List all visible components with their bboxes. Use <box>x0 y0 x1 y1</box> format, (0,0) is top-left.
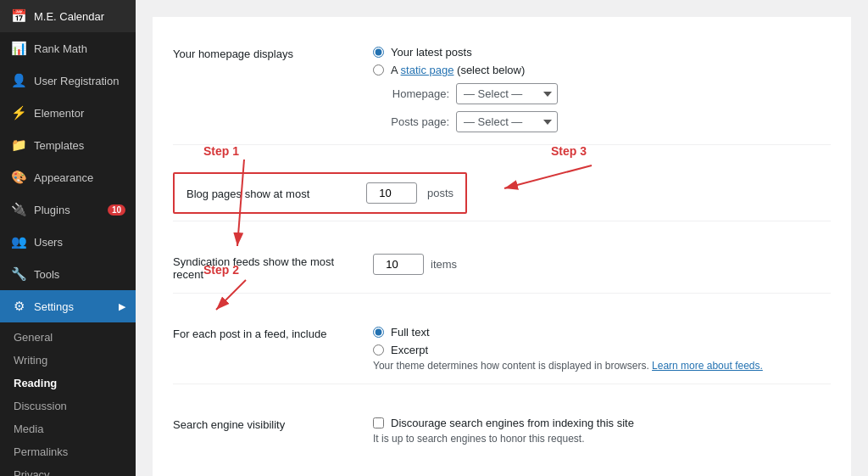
search-engine-section: Search engine visibility Discourage sear… <box>173 405 831 456</box>
blog-pages-unit: posts <box>427 187 453 199</box>
latest-posts-label: Your latest posts <box>391 46 472 59</box>
full-text-label: Full text <box>391 326 430 339</box>
static-page-option[interactable]: A static page (select below) <box>373 64 831 76</box>
full-text-option[interactable]: Full text <box>373 326 831 339</box>
homepage-displays-label: Your homepage displays <box>173 46 359 60</box>
syndication-feeds-section: Syndication feeds show the most recent i… <box>173 242 831 294</box>
honor-note: It is up to search engines to honor this… <box>373 433 831 445</box>
sidebar-item-rank-math[interactable]: 📊 Rank Math <box>0 32 136 64</box>
syndication-feeds-control: items <box>373 254 831 275</box>
calendar-icon: 📅 <box>10 8 27 24</box>
search-engine-label: Search engine visibility <box>173 417 359 431</box>
blog-pages-highlighted: Blog pages show at most posts <box>173 172 467 214</box>
posts-page-select-label: Posts page: <box>373 115 449 128</box>
rank-math-icon: 📊 <box>10 41 27 56</box>
submenu-reading[interactable]: Reading <box>0 372 136 395</box>
static-page-radio[interactable] <box>373 64 384 76</box>
feed-include-control: Full text Excerpt Your theme determines … <box>373 326 831 372</box>
latest-posts-option[interactable]: Your latest posts <box>373 46 831 59</box>
search-engine-checkbox[interactable] <box>373 417 384 428</box>
latest-posts-radio[interactable] <box>373 47 384 58</box>
main-content: Your homepage displays Your latest posts… <box>136 0 868 476</box>
syndication-feeds-input[interactable] <box>373 254 424 275</box>
homepage-select[interactable]: — Select — <box>456 83 558 104</box>
elementor-icon: ⚡ <box>10 105 27 120</box>
excerpt-label: Excerpt <box>391 344 428 356</box>
sidebar-item-plugins[interactable]: 🔌 Plugins 10 <box>0 193 136 226</box>
sidebar-item-appearance[interactable]: 🎨 Appearance <box>0 161 136 193</box>
appearance-icon: 🎨 <box>10 170 27 185</box>
user-icon: 👤 <box>10 73 27 88</box>
homepage-select-label: Homepage: <box>373 87 449 100</box>
static-page-label: A static page (select below) <box>391 64 525 76</box>
sidebar-item-user-registration[interactable]: 👤 User Registration <box>0 64 136 97</box>
settings-submenu: General Writing Reading Discussion Media… <box>0 322 136 476</box>
excerpt-option[interactable]: Excerpt <box>373 344 831 356</box>
plugins-icon: 🔌 <box>10 202 27 217</box>
static-page-link[interactable]: static page <box>401 64 454 76</box>
blog-pages-input[interactable] <box>366 182 417 204</box>
submenu-media[interactable]: Media <box>0 417 136 440</box>
sidebar: 📅 M.E. Calendar 📊 Rank Math 👤 User Regis… <box>0 0 136 476</box>
users-icon: 👥 <box>10 234 27 249</box>
submenu-permalinks[interactable]: Permalinks <box>0 440 136 463</box>
sidebar-item-users[interactable]: 👥 Users <box>0 226 136 258</box>
submenu-privacy[interactable]: Privacy <box>0 463 136 476</box>
homepage-displays-control: Your latest posts A static page (select … <box>373 46 831 132</box>
settings-chevron-icon: ▶ <box>119 301 125 312</box>
page-wrapper: Step 1 Step 2 Step 3 Your homepage displ… <box>136 0 868 476</box>
blog-pages-section: Blog pages show at most posts <box>173 165 831 221</box>
syndication-feeds-unit: items <box>431 258 457 271</box>
sidebar-item-templates[interactable]: 📁 Templates <box>0 129 136 161</box>
learn-more-link[interactable]: Learn more about feeds. <box>652 360 763 372</box>
sidebar-item-elementor[interactable]: ⚡ Elementor <box>0 97 136 129</box>
templates-icon: 📁 <box>10 137 27 153</box>
sidebar-item-tools[interactable]: 🔧 Tools <box>0 258 136 290</box>
reading-settings-form: Your homepage displays Your latest posts… <box>153 17 851 476</box>
feed-include-section: For each post in a feed, include Full te… <box>173 314 831 384</box>
homepage-radio-group: Your latest posts A static page (select … <box>373 46 831 76</box>
search-engine-checkbox-label: Discourage search engines from indexing … <box>391 417 634 429</box>
search-engine-control: Discourage search engines from indexing … <box>373 417 831 445</box>
plugins-badge: 10 <box>108 204 125 216</box>
posts-page-select[interactable]: — Select — <box>456 111 558 132</box>
sidebar-item-settings[interactable]: ⚙ Settings ▶ <box>0 290 136 322</box>
feed-include-radio-group: Full text Excerpt <box>373 326 831 356</box>
search-engine-checkbox-row[interactable]: Discourage search engines from indexing … <box>373 417 831 429</box>
theme-note: Your theme determines how content is dis… <box>373 360 831 372</box>
excerpt-radio[interactable] <box>373 344 384 356</box>
sidebar-item-me-calendar[interactable]: 📅 M.E. Calendar <box>0 0 136 32</box>
submenu-writing[interactable]: Writing <box>0 349 136 372</box>
feed-include-label: For each post in a feed, include <box>173 326 359 340</box>
syndication-feeds-label: Syndication feeds show the most recent <box>173 254 359 281</box>
submenu-general[interactable]: General <box>0 326 136 349</box>
settings-icon: ⚙ <box>10 299 27 314</box>
submenu-discussion[interactable]: Discussion <box>0 395 136 417</box>
posts-page-select-row: Posts page: — Select — <box>373 111 831 132</box>
tools-icon: 🔧 <box>10 266 27 282</box>
blog-pages-label: Blog pages show at most <box>186 186 356 200</box>
full-text-radio[interactable] <box>373 327 384 338</box>
homepage-select-row: Homepage: — Select — <box>373 83 831 104</box>
homepage-displays-section: Your homepage displays Your latest posts… <box>173 34 831 145</box>
